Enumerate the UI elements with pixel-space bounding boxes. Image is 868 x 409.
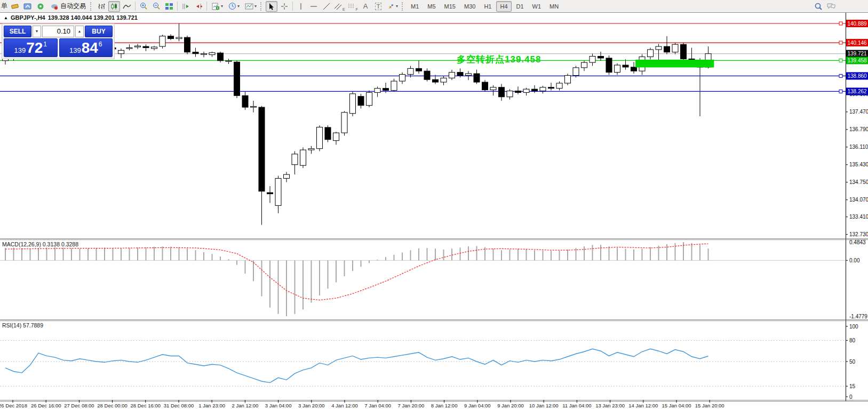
svg-text:139.458: 139.458: [847, 58, 867, 63]
timeframe-D1[interactable]: D1: [513, 1, 528, 12]
svg-text:139.721: 139.721: [847, 51, 867, 57]
rsi-indicator-label: RSI(14) 57.7889: [2, 322, 43, 328]
timeframe-M1[interactable]: M1: [407, 1, 423, 12]
buy-price-prefix: 139: [69, 46, 81, 54]
svg-text:0.4843: 0.4843: [849, 239, 866, 245]
buy-button[interactable]: BUY: [85, 26, 113, 37]
sell-price-tile[interactable]: 139 72 1: [4, 38, 58, 57]
text-tool-letter: A: [363, 2, 368, 10]
timeframe-H4[interactable]: H4: [496, 1, 511, 12]
crosshair-tool-button[interactable]: [278, 1, 290, 12]
highlight-box[interactable]: [635, 60, 714, 68]
svg-text:3 Jan 04:00: 3 Jan 04:00: [265, 403, 292, 408]
svg-text:135.430: 135.430: [849, 162, 868, 167]
zoom-out-button[interactable]: [150, 1, 162, 12]
auto-trading-label: 自动交易: [60, 2, 86, 11]
chart-window-icon[interactable]: [22, 1, 34, 12]
signals-icon[interactable]: [35, 1, 46, 12]
chevron-down-icon: ▾: [237, 4, 240, 9]
candlestick-chart-type-button[interactable]: [108, 1, 120, 12]
pane-separators[interactable]: [0, 239, 868, 402]
macd-indicator-label: MACD(12,26,9) 0.3138 0.3288: [2, 241, 78, 247]
line-chart-type-button[interactable]: [121, 1, 133, 12]
level-handles[interactable]: [839, 22, 842, 93]
toolbar-grip: [260, 2, 263, 11]
sell-button[interactable]: SELL: [4, 26, 31, 37]
svg-text:8 Jan 12:00: 8 Jan 12:00: [431, 403, 458, 408]
svg-text:136.790: 136.790: [849, 126, 868, 132]
period-clock-button[interactable]: ▾: [226, 1, 242, 12]
svg-text:15 Jan 04:00: 15 Jan 04:00: [662, 403, 691, 408]
buy-price-sup: 6: [99, 41, 102, 48]
one-click-trading-panel: SELL ▼ 0.10 ▲ BUY 139 72 1 139 84 6: [2, 23, 115, 59]
svg-text:100: 100: [849, 324, 858, 330]
chat-icon[interactable]: [825, 1, 837, 12]
order-button[interactable]: 单: [1, 2, 7, 11]
add-indicator-button[interactable]: ▾: [209, 1, 225, 12]
price-badges: 140.889140.146139.721139.458138.860138.2…: [846, 20, 868, 95]
buy-price-tile[interactable]: 139 84 6: [59, 38, 113, 57]
toolbar-separator: [177, 2, 178, 11]
svg-text:137.470: 137.470: [849, 109, 868, 115]
svg-text:14 Jan 12:00: 14 Jan 12:00: [628, 403, 658, 408]
volume-input[interactable]: 0.10: [42, 26, 74, 37]
timeframe-M30[interactable]: M30: [460, 1, 479, 12]
svg-text:9 Jan 04:00: 9 Jan 04:00: [464, 403, 491, 408]
timeframe-H1[interactable]: H1: [480, 1, 495, 12]
svg-text:27 Dec 08:00: 27 Dec 08:00: [64, 403, 94, 408]
svg-text:140.889: 140.889: [847, 21, 867, 27]
auto-scroll-button[interactable]: [180, 1, 192, 12]
symbol-name: GBPJPY-,H4: [11, 14, 45, 21]
svg-text:3 Jan 20:00: 3 Jan 20:00: [298, 403, 325, 408]
svg-text:31 Dec 08:00: 31 Dec 08:00: [164, 403, 194, 408]
svg-text:10 Jan 12:00: 10 Jan 12:00: [529, 403, 559, 408]
pivot-annotation[interactable]: 多空转折点139.458: [457, 53, 541, 66]
cursor-tool-button[interactable]: [266, 1, 277, 12]
rsi-pane[interactable]: 1008050150: [0, 324, 858, 400]
volume-increase-button[interactable]: ▲: [75, 26, 84, 37]
svg-text:26 Dec 16:00: 26 Dec 16:00: [31, 403, 61, 408]
new-order-icon[interactable]: [9, 1, 21, 12]
template-button[interactable]: ▾: [243, 1, 259, 12]
svg-text:138.262: 138.262: [847, 89, 867, 94]
svg-text:-1.4779: -1.4779: [849, 314, 867, 319]
timeframe-M15[interactable]: M15: [441, 1, 459, 12]
arrows-tool-button[interactable]: ▾: [385, 1, 400, 12]
chevron-down-icon: ▾: [221, 4, 223, 9]
svg-text:132.730: 132.730: [849, 231, 868, 237]
text-tool[interactable]: A: [360, 1, 371, 12]
toolbar-grip: [402, 2, 404, 11]
symbol-header[interactable]: ▲ GBPJPY-,H4 139.328 140.044 139.201 139…: [4, 14, 138, 21]
timeframe-MN[interactable]: MN: [546, 1, 562, 12]
sell-price-prefix: 139: [14, 46, 26, 54]
chevron-down-icon: ▾: [396, 4, 398, 9]
svg-text:26 Dec 2018: 26 Dec 2018: [0, 403, 27, 408]
svg-text:80: 80: [849, 338, 856, 343]
search-icon[interactable]: [813, 1, 824, 12]
chart-canvas[interactable]: 138.150137.470136.790136.110135.430134.7…: [0, 0, 868, 409]
vertical-line-tool[interactable]: [295, 1, 307, 12]
label-tool-letter: T: [375, 3, 382, 10]
timeframe-W1[interactable]: W1: [529, 1, 545, 12]
text-label-tool[interactable]: T: [372, 1, 384, 12]
sell-price-sup: 1: [43, 41, 47, 48]
tile-windows-icon[interactable]: [163, 1, 175, 12]
horizontal-line-tool[interactable]: [308, 1, 320, 12]
toolbar-separator: [135, 2, 136, 11]
bar-chart-type-button[interactable]: [95, 1, 107, 12]
collapse-panel-icon[interactable]: ▲: [4, 15, 8, 20]
zoom-in-button[interactable]: [138, 1, 149, 12]
fibonacci-tool[interactable]: F: [347, 1, 359, 12]
trendline-tool[interactable]: [321, 1, 332, 12]
svg-text:2 Jan 12:00: 2 Jan 12:00: [232, 403, 259, 408]
svg-text:134.070: 134.070: [849, 197, 868, 203]
volume-decrease-button[interactable]: ▼: [33, 26, 41, 37]
horizontal-level-lines[interactable]: [0, 23, 846, 91]
auto-trading-button[interactable]: 自动交易: [47, 1, 89, 12]
macd-pane[interactable]: 0.48430.00-1.4779: [0, 239, 867, 319]
main-toolbar: 单 自动交易 ▾ ▾: [0, 0, 868, 13]
timeframe-M5[interactable]: M5: [424, 1, 439, 12]
equidistant-channel-tool[interactable]: E: [333, 1, 346, 12]
chart-shift-button[interactable]: [193, 1, 204, 12]
fibo-letter: F: [356, 7, 358, 11]
